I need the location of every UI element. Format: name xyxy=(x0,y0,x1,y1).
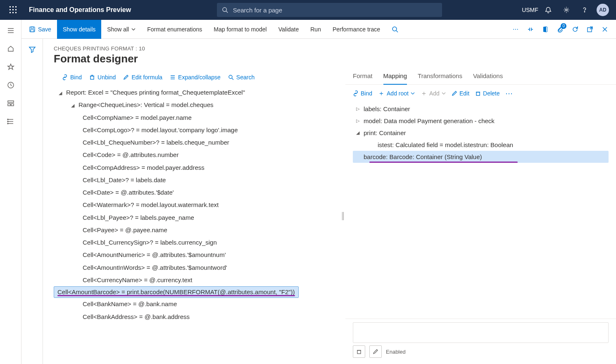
tree-node-label: Cell<AmountInWords> = @.attributes.'$amo… xyxy=(83,264,227,271)
avatar[interactable]: AD xyxy=(595,0,611,20)
tree-node[interactable]: Cell<CompAddress> = model.payer.address xyxy=(54,162,340,174)
edit-formula-button[interactable]: Edit formula xyxy=(123,74,162,81)
home-icon[interactable] xyxy=(6,44,16,54)
delete-expression-button[interactable] xyxy=(353,345,365,358)
svg-rect-6 xyxy=(10,12,11,13)
popout-icon[interactable] xyxy=(583,22,597,36)
tree-node[interactable]: Cell<CompLogo>? = model.layout.'company … xyxy=(54,124,340,136)
bind-button[interactable]: Bind xyxy=(62,74,82,81)
tree-node[interactable]: ◢Range<ChequeLines>: Vertical = model.ch… xyxy=(54,99,340,111)
list-icon xyxy=(170,74,176,80)
tree-node[interactable]: Cell<Date> = @.attributes.'$date' xyxy=(54,186,340,199)
tree-node-label: Cell<Lbl_ChequeNumber>? = labels.cheque_… xyxy=(83,139,229,146)
svg-point-31 xyxy=(7,119,8,120)
tab-transformations[interactable]: Transformations xyxy=(418,68,462,84)
trash-icon xyxy=(89,74,95,80)
office-icon[interactable] xyxy=(538,22,552,36)
svg-rect-7 xyxy=(12,12,14,13)
search-icon xyxy=(222,7,228,13)
svg-point-9 xyxy=(222,7,226,12)
trash-icon xyxy=(475,90,481,96)
svg-rect-26 xyxy=(8,104,10,106)
tab-validations[interactable]: Validations xyxy=(473,68,503,84)
nav-hamburger-icon[interactable] xyxy=(6,26,16,36)
tab-format[interactable]: Format xyxy=(353,68,373,84)
tree-node[interactable]: Cell<BankAddress> = @.bank.address xyxy=(54,311,340,323)
tab-mapping[interactable]: Mapping xyxy=(383,68,407,84)
mapping-bind-button[interactable]: Bind xyxy=(353,90,372,97)
search-input[interactable] xyxy=(232,6,437,14)
recent-icon[interactable] xyxy=(6,80,16,90)
show-details-button[interactable]: Show details xyxy=(57,20,101,39)
caret-icon: ◢ xyxy=(59,90,64,96)
delete-button[interactable]: Delete xyxy=(475,90,499,97)
datasource-barcode[interactable]: barcode: Barcode: Container (String Valu… xyxy=(353,151,609,163)
svg-rect-15 xyxy=(31,30,34,32)
search-icon xyxy=(228,74,234,80)
svg-point-33 xyxy=(7,123,8,124)
tree-node[interactable]: Cell<Code> = @.attributes.number xyxy=(54,149,340,161)
attachments-icon[interactable]: 0 xyxy=(553,22,567,36)
mapping-more-icon[interactable]: ⋯ xyxy=(505,89,513,98)
favorites-icon[interactable] xyxy=(6,62,16,72)
tree-node[interactable]: ◢Report: Excel = "Cheques printing forma… xyxy=(54,86,340,99)
tree-node-label: Cell<Lbl_Date>? = labels.date xyxy=(83,176,166,183)
tree-node[interactable]: Cell<Watermark>? = model.layout.watermar… xyxy=(54,199,340,211)
settings-icon[interactable] xyxy=(558,0,575,20)
attachments-badge: 0 xyxy=(561,23,566,29)
splitter[interactable] xyxy=(340,68,345,364)
svg-rect-8 xyxy=(15,12,17,13)
edit-button[interactable]: Edit xyxy=(452,90,469,97)
refresh-icon[interactable] xyxy=(568,22,582,36)
datasource-istest[interactable]: istest: Calculated field = model.istestr… xyxy=(353,139,609,151)
notifications-icon[interactable] xyxy=(540,0,557,20)
company-picker[interactable]: USMF xyxy=(522,0,538,20)
tree-node[interactable]: Cell<Lbl_CurrencySign>? = labels.currenc… xyxy=(54,236,340,249)
tree-search-button[interactable]: Search xyxy=(228,74,254,81)
datasource-model[interactable]: ▷model: Data model Payment generation - … xyxy=(353,115,609,127)
help-icon[interactable] xyxy=(576,0,593,20)
datasource-labels[interactable]: ▷labels: Container xyxy=(353,103,609,115)
map-format-button[interactable]: Map format to model xyxy=(208,20,272,39)
more-icon[interactable]: ⋯ xyxy=(509,22,523,36)
edit-expression-button[interactable] xyxy=(369,345,382,358)
svg-rect-27 xyxy=(11,104,14,106)
tree-node[interactable]: Cell<BankName> = @.bank.name xyxy=(54,298,340,310)
tree-node-label: Cell<BankAddress> = @.bank.address xyxy=(83,313,190,320)
tree-node[interactable]: Cell<CurrencyName> = @.currency.text xyxy=(54,274,340,286)
workspaces-icon[interactable] xyxy=(6,98,16,108)
tree-node[interactable]: Cell<Payee> = @.payee.name xyxy=(54,224,340,236)
tree-node-selected[interactable]: Cell<AmountBarcode> = print.barcode(NUMB… xyxy=(54,286,299,298)
close-icon[interactable] xyxy=(598,22,612,36)
tree-node[interactable]: Cell<Lbl_Payee>? = labels.payee_name xyxy=(54,212,340,224)
tree-node[interactable]: Cell<CompName> = model.payer.name xyxy=(54,112,340,124)
tree-node[interactable]: Cell<Lbl_Date>? = labels.date xyxy=(54,174,340,186)
unbind-button[interactable]: Unbind xyxy=(89,74,116,81)
binding-expression-input[interactable] xyxy=(353,322,609,343)
add-root-button[interactable]: ＋Add root xyxy=(378,90,415,97)
svg-point-32 xyxy=(7,121,8,122)
svg-line-10 xyxy=(226,11,228,13)
tree-node-label: Cell<Lbl_Payee>? = labels.payee_name xyxy=(83,214,194,221)
connector-icon[interactable] xyxy=(523,22,538,36)
validate-button[interactable]: Validate xyxy=(273,20,305,39)
tree-node[interactable]: Cell<Lbl_ChequeNumber>? = labels.cheque_… xyxy=(54,136,340,149)
actionbar-search-icon[interactable] xyxy=(386,20,404,39)
tree-node[interactable]: Cell<AmountNumeric> = @.attributes.'$amo… xyxy=(54,249,340,261)
global-search[interactable] xyxy=(217,3,442,17)
modules-icon[interactable] xyxy=(6,117,16,126)
enabled-label: Enabled xyxy=(386,349,406,355)
format-enumerations-button[interactable]: Format enumerations xyxy=(141,20,208,39)
save-button[interactable]: Save xyxy=(23,20,57,39)
datasource-print[interactable]: ◢print: Container xyxy=(353,127,609,139)
show-all-button[interactable]: Show all xyxy=(101,20,141,39)
expand-collapse-button[interactable]: Expand/collapse xyxy=(170,74,221,81)
app-launcher-icon[interactable] xyxy=(3,6,23,14)
link-icon xyxy=(62,74,68,80)
product-name: Finance and Operations Preview xyxy=(23,6,137,14)
tree-node[interactable]: Cell<AmountInWords> = @.attributes.'$amo… xyxy=(54,262,340,274)
performance-trace-button[interactable]: Performance trace xyxy=(327,20,386,39)
run-button[interactable]: Run xyxy=(304,20,327,39)
filter-icon[interactable] xyxy=(27,45,37,55)
svg-point-12 xyxy=(584,12,585,12)
